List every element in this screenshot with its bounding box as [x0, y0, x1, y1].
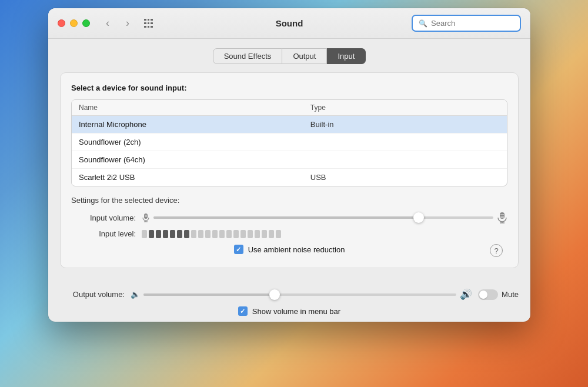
level-bar-9 [198, 230, 203, 238]
traffic-lights [58, 19, 90, 27]
level-bar-2 [149, 230, 154, 238]
device-type: Built-in [310, 120, 500, 129]
level-bar-11 [212, 230, 218, 238]
level-bar-17 [255, 230, 260, 238]
level-bar-7 [184, 230, 189, 238]
device-name: Soundflower (2ch) [79, 138, 310, 146]
show-volume-row: ✓ Show volume in menu bar [238, 306, 340, 316]
settings-panel: Select a device for sound input: Name Ty… [60, 72, 519, 268]
vol-low-icon: 🔈 [131, 290, 140, 299]
table-row[interactable]: Soundflower (64ch) [72, 151, 507, 169]
grid-icon[interactable] [144, 19, 153, 28]
level-bar-19 [269, 230, 274, 238]
output-volume-slider[interactable]: 🔈 🔊 [131, 288, 472, 301]
col-name-header: Name [79, 104, 310, 112]
window-title: Sound [276, 18, 303, 28]
mute-switch[interactable] [478, 289, 498, 300]
tab-input[interactable]: Input [327, 48, 366, 64]
search-box[interactable]: 🔍 [412, 15, 521, 32]
table-row[interactable]: Internal Microphone Built-in [72, 116, 507, 134]
level-bar-4 [163, 230, 168, 238]
settings-title: Settings for the selected device: [71, 196, 507, 205]
mic-low-icon [142, 213, 150, 222]
show-volume-label: Show volume in menu bar [252, 307, 340, 316]
close-button[interactable] [58, 19, 65, 27]
device-name: Scarlett 2i2 USB [79, 173, 310, 182]
back-button[interactable]: ‹ [99, 15, 116, 32]
search-icon: 🔍 [419, 19, 427, 28]
device-name: Internal Microphone [79, 120, 310, 129]
table-row[interactable]: Soundflower (2ch) [72, 134, 507, 151]
show-volume-checkmark-icon: ✓ [240, 308, 245, 315]
forward-button[interactable]: › [119, 15, 136, 32]
minimize-button[interactable] [70, 19, 78, 27]
input-volume-label: Input volume: [71, 213, 136, 222]
noise-reduction-row: ✓ Use ambient noise reduction [234, 245, 345, 254]
tab-sound-effects[interactable]: Sound Effects [213, 48, 283, 64]
level-bar-14 [233, 230, 239, 238]
level-bar-20 [276, 230, 281, 238]
input-volume-row: Input volume: [71, 212, 507, 223]
device-type: USB [310, 173, 500, 182]
level-bar-18 [262, 230, 267, 238]
input-volume-slider[interactable] [142, 212, 507, 223]
checkmark-icon: ✓ [236, 246, 241, 253]
noise-reduction-label: Use ambient noise reduction [248, 245, 345, 254]
forward-arrow-icon: › [126, 17, 129, 29]
mute-label: Mute [502, 290, 519, 299]
output-volume-row: Output volume: 🔈 🔊 Mute [60, 288, 519, 301]
help-button[interactable]: ? [490, 244, 503, 257]
input-level-row: Input level: [71, 229, 507, 238]
vol-high-icon: 🔊 [460, 288, 472, 301]
mute-toggle[interactable]: Mute [478, 289, 519, 300]
table-header: Name Type [72, 100, 507, 116]
system-preferences-window: ‹ › Sound 🔍 Sound Effects Output Input S… [48, 8, 530, 322]
level-bar-16 [248, 230, 253, 238]
level-bar-13 [226, 230, 232, 238]
level-bar-6 [177, 230, 182, 238]
input-level-label: Input level: [71, 229, 136, 238]
level-bar-3 [156, 230, 161, 238]
device-select-title: Select a device for sound input: [71, 84, 507, 92]
level-bar-12 [219, 230, 225, 238]
noise-reduction-checkbox[interactable]: ✓ [234, 245, 243, 254]
tab-bar: Sound Effects Output Input [60, 48, 519, 64]
level-bar-5 [170, 230, 175, 238]
table-row[interactable]: Scarlett 2i2 USB USB [72, 169, 507, 186]
level-bar-10 [205, 230, 211, 238]
maximize-button[interactable] [82, 19, 90, 27]
svg-rect-0 [144, 213, 148, 219]
back-arrow-icon: ‹ [106, 17, 109, 29]
content-area: Sound Effects Output Input Select a devi… [48, 39, 530, 280]
level-bar-1 [142, 230, 147, 238]
toggle-knob [479, 291, 487, 299]
mic-high-icon [497, 212, 507, 223]
input-level-meter [142, 230, 507, 238]
output-volume-label: Output volume: [60, 290, 125, 299]
device-name: Soundflower (64ch) [79, 155, 310, 164]
col-type-header: Type [310, 104, 500, 112]
level-bar-15 [240, 230, 246, 238]
bottom-controls: Output volume: 🔈 🔊 Mute ✓ Show volume [48, 280, 530, 322]
nav-buttons: ‹ › [99, 15, 136, 32]
show-volume-checkbox[interactable]: ✓ [238, 306, 248, 316]
titlebar: ‹ › Sound 🔍 [48, 8, 530, 39]
level-bar-8 [191, 230, 196, 238]
tab-output[interactable]: Output [282, 48, 327, 64]
device-table: Name Type Internal Microphone Built-in S… [71, 99, 507, 186]
search-input[interactable] [431, 19, 514, 28]
